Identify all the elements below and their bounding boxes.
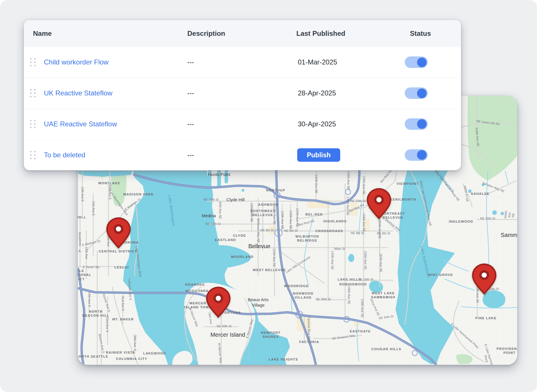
status-toggle[interactable] <box>405 149 428 161</box>
toggle-knob <box>417 119 427 129</box>
drag-handle-icon[interactable] <box>30 151 36 159</box>
column-header-name: Name <box>33 30 52 38</box>
table-header: Name Description Last Published Status <box>24 20 461 47</box>
flow-table-card: Name Description Last Published Status C… <box>24 20 461 170</box>
table-row: Child workorder Flow---01-Mar-2025 <box>24 47 461 78</box>
column-header-description: Description <box>187 30 225 38</box>
flow-name-link[interactable]: Child workorder Flow <box>44 58 108 66</box>
pin-sammamish-marker-icon[interactable] <box>471 263 497 295</box>
toggle-knob <box>417 150 427 160</box>
toggle-knob <box>417 89 427 98</box>
publish-button[interactable]: Publish <box>297 148 340 162</box>
flow-name-link[interactable]: UK Reactive Stateflow <box>44 89 112 97</box>
drag-handle-icon[interactable] <box>30 89 36 97</box>
drag-handle-icon[interactable] <box>30 58 36 66</box>
table-row: UAE Reactive Stateflow---30-Apr-2025 <box>24 109 461 140</box>
table-rows: Child workorder Flow---01-Mar-2025UK Rea… <box>24 47 461 170</box>
status-toggle[interactable] <box>405 56 428 68</box>
status-toggle[interactable] <box>405 118 428 130</box>
flow-name-link[interactable]: UAE Reactive Stateflow <box>44 120 117 128</box>
flow-description: --- <box>187 90 194 97</box>
toggle-knob <box>417 58 427 67</box>
table-row: UK Reactive Stateflow---28-Apr-2025 <box>24 78 461 109</box>
last-published-date: 30-Apr-2025 <box>298 120 336 128</box>
last-published-date: 28-Apr-2025 <box>298 89 336 97</box>
pin-northeast-bellevue-marker-icon[interactable] <box>366 187 392 219</box>
status-toggle[interactable] <box>405 87 428 99</box>
drag-handle-icon[interactable] <box>30 120 36 128</box>
flow-description: --- <box>187 121 194 128</box>
table-row: To be deleted---Publish <box>24 140 461 170</box>
column-header-last-published: Last Published <box>296 30 345 38</box>
flow-description: --- <box>187 59 194 66</box>
last-published-date: 01-Mar-2025 <box>298 58 337 66</box>
pin-madrona-marker-icon[interactable] <box>105 217 132 249</box>
flow-name-link[interactable]: To be deleted <box>44 151 85 159</box>
column-header-status: Status <box>410 30 431 38</box>
flow-description: --- <box>187 152 194 158</box>
pin-mercer-island-marker-icon[interactable] <box>205 286 231 318</box>
screenshot-canvas: MONTLAKEMADISON PARKCAPITOL HILLMADRONAC… <box>0 0 537 392</box>
